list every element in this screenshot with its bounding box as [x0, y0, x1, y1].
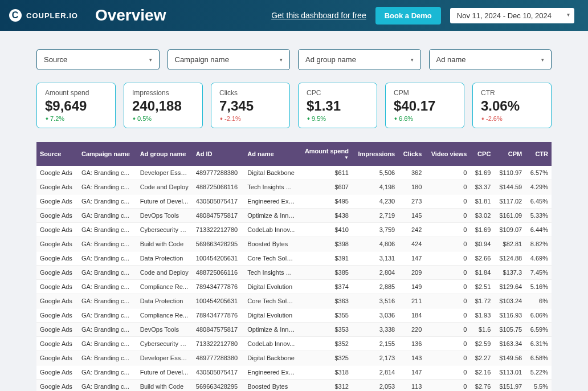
table-cell: GA: Branding c... — [78, 308, 137, 323]
data-table-container: SourceCampaign nameAd group nameAd IDAd … — [36, 142, 552, 391]
table-row[interactable]: Google AdsGA: Branding c...Developer Ess… — [36, 351, 552, 365]
table-cell: $124.88 — [494, 251, 525, 266]
column-header[interactable]: Impressions — [352, 142, 398, 166]
table-cell: 2,885 — [352, 280, 398, 294]
kpi-delta: 🠻 -2.1% — [219, 115, 281, 122]
table-row[interactable]: Google AdsGA: Branding c...Compliance Re… — [36, 308, 552, 323]
table-cell: 0 — [425, 294, 470, 308]
table-row[interactable]: Google AdsGA: Branding c...Code and Depl… — [36, 266, 552, 280]
kpi-label: CPC — [307, 89, 369, 97]
kpi-card: Impressions240,188🠹 0.5% — [124, 83, 203, 128]
table-cell: Developer Esse... — [137, 166, 193, 180]
kpi-delta: 🠹 9.5% — [307, 115, 369, 122]
sort-desc-icon: ▼ — [302, 155, 349, 160]
table-cell: $1.72 — [470, 294, 494, 308]
table-cell: $3.37 — [470, 180, 494, 194]
table-row[interactable]: Google AdsGA: Branding c...Cybersecurity… — [36, 223, 552, 237]
kpi-value: 7,345 — [219, 98, 281, 114]
kpi-card: Amount spend$9,649🠹 7.2% — [36, 83, 116, 128]
column-header[interactable]: Ad group name — [137, 142, 193, 166]
table-cell: $1.6 — [470, 323, 494, 337]
table-cell: Build with Code — [137, 380, 193, 392]
table-cell: Digital Evolution — [244, 308, 298, 323]
table-cell: 2,814 — [352, 365, 398, 380]
get-dashboard-link[interactable]: Get this dashboard for free — [271, 11, 366, 20]
table-cell: 489777288380 — [193, 351, 244, 365]
table-cell: 0 — [425, 237, 470, 251]
table-cell: $438 — [299, 209, 352, 223]
table-cell: 488725066116 — [193, 266, 244, 280]
column-header[interactable]: Clicks — [398, 142, 425, 166]
table-row[interactable]: Google AdsGA: Branding c...DevOps Tools4… — [36, 323, 552, 337]
column-header[interactable]: CPC — [470, 142, 494, 166]
filter-adgroup[interactable]: Ad group name — [298, 49, 421, 70]
column-header[interactable]: Ad ID — [193, 142, 244, 166]
kpi-label: Clicks — [219, 89, 281, 97]
arrow-icon: 🠹 — [132, 115, 136, 122]
table-cell: Digital Evolution — [244, 280, 298, 294]
table-cell: 0 — [425, 209, 470, 223]
column-header[interactable]: CPM — [494, 142, 525, 166]
date-range-picker[interactable]: Nov 11, 2024 - Dec 10, 2024 — [450, 8, 574, 23]
table-row[interactable]: Google AdsGA: Branding c...Compliance Re… — [36, 280, 552, 294]
table-cell: 3,338 — [352, 323, 398, 337]
table-cell: $385 — [299, 266, 352, 280]
table-cell: Cybersecurity S... — [137, 223, 193, 237]
table-cell: GA: Branding c... — [78, 323, 137, 337]
table-cell: $1.69 — [470, 223, 494, 237]
filter-source[interactable]: Source — [36, 49, 160, 70]
kpi-value: $1.31 — [307, 98, 369, 114]
table-cell: Google Ads — [36, 380, 78, 392]
table-cell: 5.5% — [525, 380, 552, 392]
table-cell: Google Ads — [36, 166, 78, 180]
table-cell: Engineered Exc... — [244, 194, 298, 209]
table-row[interactable]: Google AdsGA: Branding c...DevOps Tools4… — [36, 209, 552, 223]
table-cell: Developer Esse... — [137, 351, 193, 365]
table-body: Google AdsGA: Branding c...Developer Ess… — [36, 166, 552, 391]
header-right: Get this dashboard for free Book a Demo … — [271, 7, 574, 25]
table-cell: 488725066116 — [193, 180, 244, 194]
column-header[interactable]: Ad name — [244, 142, 298, 166]
table-row[interactable]: Google AdsGA: Branding c...Data Protecti… — [36, 251, 552, 266]
table-row[interactable]: Google AdsGA: Branding c...Build with Co… — [36, 380, 552, 392]
table-cell: $117.02 — [494, 194, 525, 209]
table-cell: 0 — [425, 323, 470, 337]
table-row[interactable]: Google AdsGA: Branding c...Data Protecti… — [36, 294, 552, 308]
table-row[interactable]: Google AdsGA: Branding c...Build with Co… — [36, 237, 552, 251]
column-header[interactable]: Video views — [425, 142, 470, 166]
table-cell: 430505075417 — [193, 365, 244, 380]
filter-adname[interactable]: Ad name — [429, 49, 552, 70]
table-cell: $374 — [299, 280, 352, 294]
table-cell: 211 — [398, 294, 425, 308]
table-cell: GA: Branding c... — [78, 294, 137, 308]
table-row[interactable]: Google AdsGA: Branding c...Developer Ess… — [36, 166, 552, 180]
table-cell: $116.93 — [494, 308, 525, 323]
column-header[interactable]: CTR — [525, 142, 552, 166]
table-cell: 6% — [525, 294, 552, 308]
table-cell: 3,516 — [352, 294, 398, 308]
column-header[interactable]: Source — [36, 142, 78, 166]
table-cell: $1.81 — [470, 194, 494, 209]
column-header[interactable]: Campaign name — [78, 142, 137, 166]
table-cell: Code and Deploy — [137, 180, 193, 194]
table-row[interactable]: Google AdsGA: Branding c...Code and Depl… — [36, 180, 552, 194]
table-row[interactable]: Google AdsGA: Branding c...Cybersecurity… — [36, 337, 552, 351]
kpi-value: 3.06% — [481, 98, 543, 114]
column-header[interactable]: Amount spend▼ — [299, 142, 352, 166]
table-cell: 0 — [425, 337, 470, 351]
table-cell: 7.45% — [525, 266, 552, 280]
table-cell: 0 — [425, 380, 470, 392]
table-cell: $2.66 — [470, 251, 494, 266]
kpi-card: Clicks7,345🠻 -2.1% — [211, 83, 290, 128]
table-cell: GA: Branding c... — [78, 266, 137, 280]
table-row[interactable]: Google AdsGA: Branding c...Future of Dev… — [36, 365, 552, 380]
table-cell: $355 — [299, 308, 352, 323]
book-demo-button[interactable]: Book a Demo — [375, 7, 441, 25]
table-cell: 220 — [398, 323, 425, 337]
table-cell: 242 — [398, 223, 425, 237]
filter-campaign[interactable]: Campaign name — [168, 49, 291, 70]
table-row[interactable]: Google AdsGA: Branding c...Future of Dev… — [36, 194, 552, 209]
table-cell: 147 — [398, 251, 425, 266]
table-cell: 0 — [425, 308, 470, 323]
arrow-icon: 🠹 — [307, 115, 310, 122]
